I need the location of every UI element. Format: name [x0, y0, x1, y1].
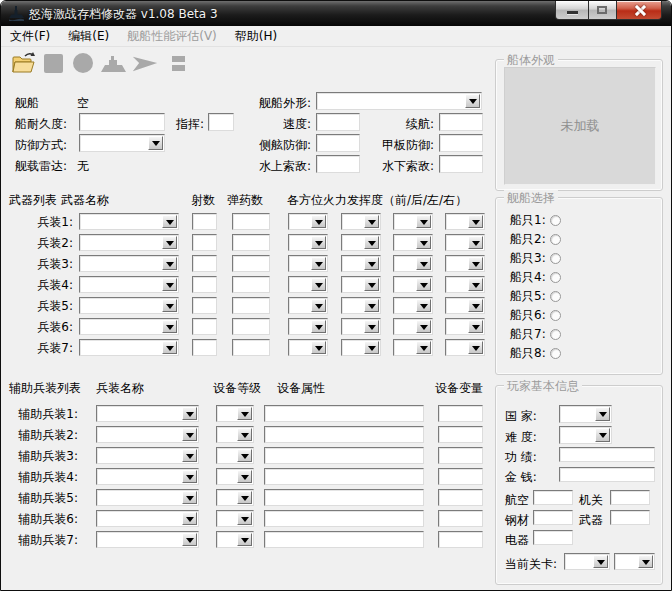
weapon-7-shots-input[interactable] [192, 339, 217, 356]
chevron-down-icon[interactable] [237, 449, 252, 462]
box-tool-button[interactable] [164, 50, 192, 76]
save-button[interactable] [39, 50, 67, 76]
chevron-down-icon[interactable] [465, 94, 480, 108]
steel-input[interactable] [533, 510, 573, 525]
weapon-3-fire-right-select[interactable] [445, 255, 485, 272]
chevron-down-icon[interactable] [416, 341, 431, 354]
chevron-down-icon[interactable] [162, 299, 177, 312]
weapon-2-fire-rear-select[interactable] [341, 234, 381, 251]
weapon-4-name-select[interactable] [79, 276, 179, 293]
weapon-2-shots-input[interactable] [192, 234, 217, 251]
chevron-down-icon[interactable] [468, 299, 483, 312]
weapon-1-fire-rear-select[interactable] [341, 213, 381, 230]
weapon-res-input[interactable] [610, 510, 650, 525]
ship-6-radio[interactable] [550, 310, 561, 321]
weapon-1-fire-front-select[interactable] [288, 213, 328, 230]
aux-7-variable-input[interactable] [438, 531, 483, 548]
weapon-3-shots-input[interactable] [192, 255, 217, 272]
chevron-down-icon[interactable] [468, 278, 483, 291]
weapon-3-fire-left-select[interactable] [393, 255, 433, 272]
aux-4-name-select[interactable] [96, 468, 199, 485]
weapon-6-shots-input[interactable] [192, 318, 217, 335]
chevron-down-icon[interactable] [162, 236, 177, 249]
chevron-down-icon[interactable] [237, 512, 252, 525]
chevron-down-icon[interactable] [416, 236, 431, 249]
weapon-5-fire-right-select[interactable] [445, 297, 485, 314]
weapon-6-name-select[interactable] [79, 318, 179, 335]
chevron-down-icon[interactable] [162, 341, 177, 354]
ship-7-radio[interactable] [550, 329, 561, 340]
country-select[interactable] [559, 405, 612, 423]
ship-5-radio[interactable] [550, 291, 561, 302]
weapon-6-fire-rear-select[interactable] [341, 318, 381, 335]
weapon-7-fire-front-select[interactable] [288, 339, 328, 356]
weapon-2-ammo-input[interactable] [232, 234, 270, 251]
chevron-down-icon[interactable] [468, 257, 483, 270]
chevron-down-icon[interactable] [468, 341, 483, 354]
menu-ship-evaluation[interactable]: 舰船性能评估(V) [118, 26, 226, 46]
aux-3-name-select[interactable] [96, 447, 199, 464]
chevron-down-icon[interactable] [364, 341, 379, 354]
weapon-4-fire-rear-select[interactable] [341, 276, 381, 293]
ship-tool-button[interactable] [99, 50, 127, 76]
chevron-down-icon[interactable] [364, 257, 379, 270]
ship-8-radio[interactable] [550, 348, 561, 359]
chevron-down-icon[interactable] [416, 257, 431, 270]
aux-7-attr-input[interactable] [264, 531, 424, 548]
chevron-down-icon[interactable] [237, 533, 252, 546]
chevron-down-icon[interactable] [468, 320, 483, 333]
chevron-down-icon[interactable] [416, 278, 431, 291]
chevron-down-icon[interactable] [162, 278, 177, 291]
aux-2-attr-input[interactable] [264, 426, 424, 443]
aviation-input[interactable] [533, 490, 573, 505]
chevron-down-icon[interactable] [182, 533, 197, 546]
circle-tool-button[interactable] [69, 50, 97, 76]
chevron-down-icon[interactable] [182, 491, 197, 504]
chevron-down-icon[interactable] [416, 215, 431, 228]
chevron-down-icon[interactable] [364, 299, 379, 312]
weapon-5-fire-front-select[interactable] [288, 297, 328, 314]
chevron-down-icon[interactable] [148, 136, 163, 150]
weapon-1-ammo-input[interactable] [232, 213, 270, 230]
chevron-down-icon[interactable] [311, 257, 326, 270]
chevron-down-icon[interactable] [364, 236, 379, 249]
chevron-down-icon[interactable] [237, 428, 252, 441]
endurance-input[interactable] [439, 113, 483, 131]
aux-3-attr-input[interactable] [264, 447, 424, 464]
open-file-button[interactable] [9, 50, 37, 76]
chevron-down-icon[interactable] [364, 215, 379, 228]
chevron-down-icon[interactable] [468, 215, 483, 228]
aux-3-variable-input[interactable] [438, 447, 483, 464]
weapon-2-name-select[interactable] [79, 234, 179, 251]
aux-6-variable-input[interactable] [438, 510, 483, 527]
aux-5-name-select[interactable] [96, 489, 199, 506]
chevron-down-icon[interactable] [638, 555, 653, 568]
weapon-3-name-select[interactable] [79, 255, 179, 272]
weapon-5-fire-left-select[interactable] [393, 297, 433, 314]
aux-5-level-select[interactable] [216, 489, 254, 506]
weapon-7-fire-left-select[interactable] [393, 339, 433, 356]
weapon-7-ammo-input[interactable] [232, 339, 270, 356]
aux-6-name-select[interactable] [96, 510, 199, 527]
weapon-6-ammo-input[interactable] [232, 318, 270, 335]
chevron-down-icon[interactable] [416, 320, 431, 333]
chevron-down-icon[interactable] [364, 320, 379, 333]
weapon-7-fire-rear-select[interactable] [341, 339, 381, 356]
aux-2-variable-input[interactable] [438, 426, 483, 443]
aux-2-level-select[interactable] [216, 426, 254, 443]
weapon-6-fire-left-select[interactable] [393, 318, 433, 335]
aux-5-variable-input[interactable] [438, 489, 483, 506]
menu-edit[interactable]: 编辑(E) [59, 26, 118, 46]
weapon-3-fire-front-select[interactable] [288, 255, 328, 272]
weapon-4-fire-front-select[interactable] [288, 276, 328, 293]
chevron-down-icon[interactable] [237, 491, 252, 504]
ship-1-radio[interactable] [550, 215, 561, 226]
chevron-down-icon[interactable] [162, 320, 177, 333]
weapon-3-ammo-input[interactable] [232, 255, 270, 272]
ship-4-radio[interactable] [550, 272, 561, 283]
chevron-down-icon[interactable] [182, 449, 197, 462]
weapon-5-fire-rear-select[interactable] [341, 297, 381, 314]
electronics-input[interactable] [533, 530, 573, 545]
defense-mode-select[interactable] [79, 134, 165, 152]
maximize-button[interactable] [589, 1, 616, 20]
